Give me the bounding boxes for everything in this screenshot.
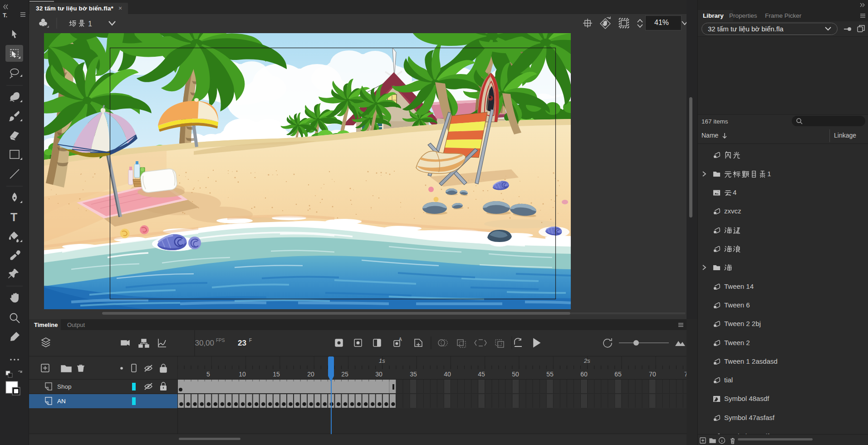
svg-text:23: 23	[238, 339, 246, 347]
svg-text:1: 1	[88, 20, 92, 28]
svg-text:70: 70	[649, 371, 656, 378]
svg-text:55: 55	[546, 371, 554, 378]
svg-text:60: 60	[580, 371, 588, 378]
svg-text:10: 10	[239, 371, 246, 378]
svg-text:2s: 2s	[584, 357, 590, 364]
svg-text:7: 7	[684, 371, 687, 378]
svg-text:35: 35	[410, 371, 417, 378]
svg-text:65: 65	[614, 371, 622, 378]
svg-text:5: 5	[206, 371, 210, 378]
svg-text:1s: 1s	[379, 357, 385, 364]
svg-text:F: F	[249, 338, 252, 343]
svg-text:15: 15	[273, 371, 280, 378]
svg-text:45: 45	[478, 371, 485, 378]
svg-text:20: 20	[307, 371, 314, 378]
svg-text:A: A	[399, 337, 402, 342]
svg-text:FPS: FPS	[216, 338, 225, 343]
svg-text:T.: T.	[3, 12, 7, 19]
svg-text:T: T	[10, 211, 17, 223]
svg-text:30,00: 30,00	[195, 339, 214, 347]
svg-text:40: 40	[444, 371, 451, 378]
svg-text:30: 30	[375, 371, 383, 378]
svg-text:50: 50	[512, 371, 519, 378]
svg-text:25: 25	[341, 371, 348, 378]
